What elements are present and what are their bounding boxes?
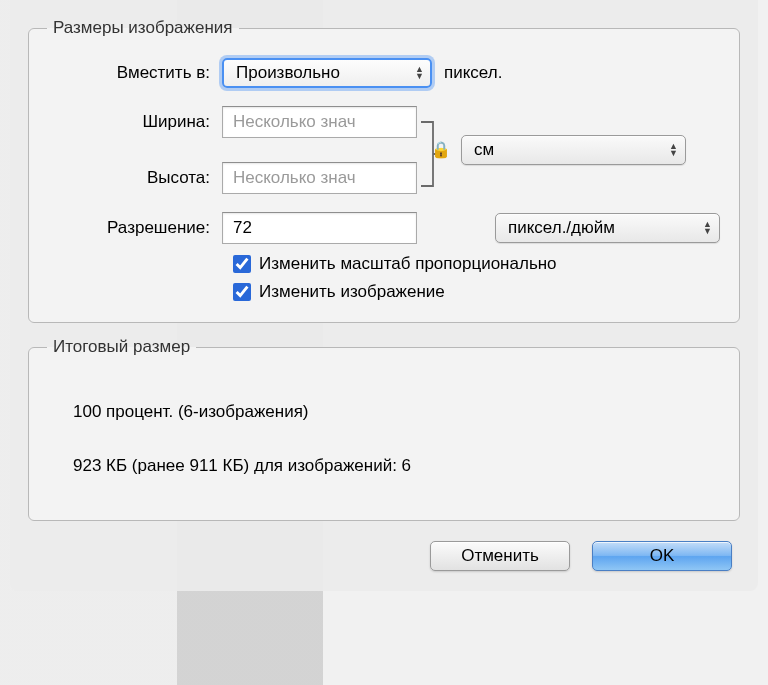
fit-into-unit-label: пиксел.	[444, 63, 502, 83]
width-label: Ширина:	[47, 112, 222, 132]
resulting-size-group: Итоговый размер 100 процент. (6-изображе…	[28, 337, 740, 521]
resample-image-checkbox[interactable]	[233, 283, 251, 301]
resolution-input[interactable]	[222, 212, 417, 244]
image-dimensions-legend: Размеры изображения	[47, 18, 239, 38]
lock-icon[interactable]: 🔒	[431, 140, 451, 159]
resize-images-dialog: Размеры изображения Вместить в: Произвол…	[10, 0, 758, 591]
dialog-button-row: Отменить OK	[28, 541, 740, 571]
result-filesize-line: 923 КБ (ранее 911 КБ) для изображений: 6	[73, 453, 695, 479]
fit-into-select[interactable]: Произвольно	[222, 58, 432, 88]
resulting-size-legend: Итоговый размер	[47, 337, 196, 357]
fit-into-row: Вместить в: Произвольно ▲▼ пиксел.	[47, 58, 721, 88]
link-bracket: 🔒	[417, 106, 451, 194]
dimension-units-select[interactable]: см	[461, 135, 686, 165]
ok-button[interactable]: OK	[592, 541, 732, 571]
height-input[interactable]	[222, 162, 417, 194]
scale-proportionally-label: Изменить масштаб пропорционально	[259, 254, 557, 274]
resolution-label: Разрешение:	[47, 218, 222, 238]
image-dimensions-group: Размеры изображения Вместить в: Произвол…	[28, 18, 740, 323]
cancel-button[interactable]: Отменить	[430, 541, 570, 571]
fit-into-label: Вместить в:	[47, 63, 222, 83]
scale-proportionally-checkbox[interactable]	[233, 255, 251, 273]
width-input[interactable]	[222, 106, 417, 138]
resolution-units-select[interactable]: пиксел./дюйм	[495, 213, 720, 243]
resample-image-label: Изменить изображение	[259, 282, 445, 302]
result-percent-line: 100 процент. (6-изображения)	[73, 399, 695, 425]
height-label: Высота:	[47, 168, 222, 188]
